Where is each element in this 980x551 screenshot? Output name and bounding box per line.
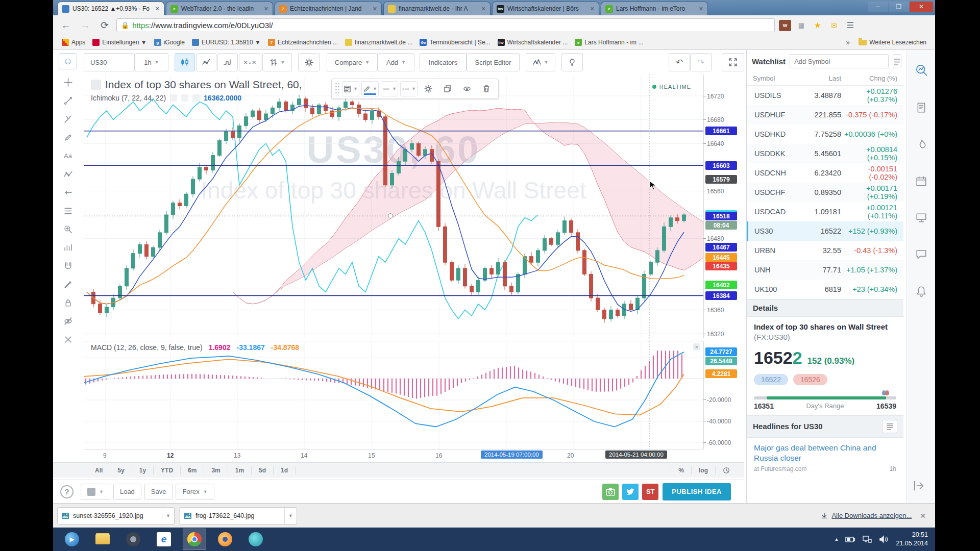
network-icon[interactable]: [862, 535, 872, 543]
macd-pane[interactable]: MACD (12, 26, close, 9, false, true) 1.6…: [84, 341, 703, 449]
internet-explorer-icon[interactable]: e: [152, 529, 176, 550]
zoom-icon[interactable]: [58, 222, 78, 237]
extension-icon[interactable]: W: [779, 20, 791, 31]
range-button[interactable]: 1y: [132, 466, 154, 474]
screens-icon[interactable]: [916, 212, 927, 226]
bookmark-item[interactable]: Inv Wirtschaftskalender ...: [494, 39, 572, 46]
chart-properties-button[interactable]: [298, 53, 320, 71]
line-width-button[interactable]: ▼: [381, 81, 398, 96]
tab-close-icon[interactable]: ✕: [264, 6, 268, 12]
load-button[interactable]: Load: [113, 484, 141, 500]
pattern-tool-icon[interactable]: [58, 167, 78, 182]
reload-button[interactable]: ⟳: [97, 19, 112, 31]
text-tool-icon[interactable]: Aa: [58, 148, 78, 163]
smiley-icon[interactable]: ☺: [59, 53, 77, 69]
chat-icon[interactable]: [916, 249, 927, 262]
bookmark-item[interactable]: Apps: [58, 39, 89, 46]
translate-icon[interactable]: ▦: [795, 20, 807, 31]
app-icon-dark[interactable]: [121, 529, 145, 550]
twitter-button[interactable]: [622, 484, 639, 500]
address-bar[interactable]: 🔒 https://www.tradingview.com/e/0DLyuO3l…: [116, 18, 775, 32]
magnet-icon[interactable]: [58, 259, 78, 273]
range-button[interactable]: 1m: [228, 466, 252, 474]
templates-button[interactable]: ▼: [342, 81, 359, 96]
draw-color-button[interactable]: ▼: [361, 81, 379, 96]
publish-idea-button[interactable]: PUBLISH IDEA: [663, 483, 731, 500]
watchlist-row[interactable]: USDILS 3.48878 +0.01276 (+0.37%): [747, 86, 903, 105]
volume-icon[interactable]: [879, 535, 889, 543]
notifications-bell-icon[interactable]: [916, 286, 927, 299]
browser-tab[interactable]: e Lars Hoffmann - im eToro ✕: [601, 2, 708, 15]
add-button[interactable]: Add▼: [378, 53, 414, 71]
headline-link[interactable]: Major gas deal between China and Russia …: [754, 443, 896, 463]
range-button[interactable]: All: [88, 466, 110, 474]
snapshot-button[interactable]: [602, 484, 619, 500]
study-close-icon[interactable]: [192, 94, 200, 102]
show-all-downloads-link[interactable]: Alle Downloads anzeigen...: [821, 512, 912, 519]
browser-tab[interactable]: finanzmarktwelt.de - Ihr A ✕: [383, 2, 491, 15]
browser-tab[interactable]: US30: 16522 ▲+0.93% - Fo ✕: [57, 2, 164, 15]
media-player-icon[interactable]: ▶: [60, 529, 84, 550]
bars-style-button[interactable]: ▼: [262, 53, 292, 71]
visibility-eye-icon[interactable]: [458, 81, 476, 96]
hide-drawings-icon[interactable]: [58, 314, 78, 329]
range-button[interactable]: 5d: [252, 466, 274, 474]
bookmarks-overflow-chevron[interactable]: »: [846, 38, 850, 46]
watchlist-row[interactable]: USDCNH 6.23420 -0.00151 (-0.02%): [747, 163, 903, 183]
download-item[interactable]: frog-173622_640.jpg ▼: [180, 507, 297, 524]
save-button[interactable]: Save: [144, 484, 173, 500]
study-eye-icon[interactable]: [170, 94, 177, 102]
menu-icon[interactable]: ☰: [844, 20, 856, 31]
tab-close-icon[interactable]: ✕: [373, 6, 377, 12]
indicators-button[interactable]: Indicators: [420, 53, 467, 71]
undo-button[interactable]: ↶: [669, 53, 690, 71]
watchlist-row[interactable]: UNH 77.71 +1.05 (+1.37%): [747, 260, 903, 280]
remove-drawings-icon[interactable]: [58, 332, 78, 347]
brush-icon[interactable]: [58, 130, 78, 145]
tab-close-icon[interactable]: ✕: [481, 6, 486, 12]
taskbar-clock[interactable]: 20:51 21.05.2014: [896, 531, 928, 548]
line-style-select[interactable]: ▼: [400, 81, 418, 96]
script-editor-button[interactable]: Script Editor: [467, 53, 520, 71]
range-button[interactable]: 1d: [274, 466, 296, 474]
headline-item[interactable]: Major gas deal between China and Russia …: [747, 438, 903, 478]
stocktwits-button[interactable]: ST: [642, 484, 658, 500]
range-button[interactable]: 3m: [204, 466, 228, 474]
watchlist-row[interactable]: UK100 6819 +23 (+0.34%): [747, 280, 903, 299]
minimize-button[interactable]: –: [868, 2, 888, 12]
download-item[interactable]: sunset-326556_1920.jpg ▼: [57, 507, 175, 524]
theme-swatch-button[interactable]: ▼: [81, 484, 110, 500]
browser-tab[interactable]: e WebTrader 2.0 - the leadin ✕: [166, 2, 273, 15]
drag-handle-icon[interactable]: [335, 82, 340, 95]
bookmark-star-icon[interactable]: ★: [812, 20, 824, 31]
price-axis[interactable]: 16720 16680 16661 16640 16603 16579 1656…: [703, 74, 744, 338]
watchlist-row[interactable]: USDCAD 1.09181 +0.00121 (+0.11%): [747, 202, 903, 221]
fib-levels-icon[interactable]: [58, 204, 78, 218]
range-button[interactable]: 5y: [110, 466, 132, 474]
chart-collapse-icon[interactable]: [91, 80, 101, 90]
study-settings-icon[interactable]: [181, 94, 188, 102]
price-chart[interactable]: US30, 60 Index of top 30 shares on Wall …: [84, 74, 703, 338]
tab-close-icon[interactable]: ✕: [590, 6, 595, 12]
mail-icon[interactable]: ✉: [828, 20, 840, 31]
text-notes-icon[interactable]: [916, 102, 927, 115]
firefox-icon[interactable]: [213, 529, 237, 550]
app-icon-teal[interactable]: [244, 529, 267, 550]
calendar-icon[interactable]: [916, 176, 927, 189]
range-button[interactable]: YTD: [154, 466, 181, 474]
chrome-icon[interactable]: [183, 529, 206, 550]
bookmark-item[interactable]: finanzmarktwelt.de ...: [341, 39, 416, 46]
redo-button[interactable]: ↷: [690, 53, 712, 71]
tray-expand-icon[interactable]: ▲: [835, 537, 839, 542]
pitchfork-icon[interactable]: [58, 112, 78, 127]
browser-tab[interactable]: Inv Wirtschaftskalender | Börs ✕: [492, 2, 599, 15]
macd-close-icon[interactable]: ✕: [693, 343, 700, 350]
bookmark-item[interactable]: g iGoogle: [151, 39, 188, 46]
watchlist-row[interactable]: US30 16522 +152 (+0.93%): [747, 221, 903, 241]
bookmark-item[interactable]: e Lars Hoffmann - im ...: [571, 39, 647, 46]
headlines-menu-icon[interactable]: [882, 420, 897, 433]
fullscreen-button[interactable]: [722, 53, 744, 71]
range-button[interactable]: 6m: [181, 466, 204, 474]
settings-gear-icon[interactable]: [420, 81, 437, 96]
clone-icon[interactable]: [439, 81, 456, 96]
